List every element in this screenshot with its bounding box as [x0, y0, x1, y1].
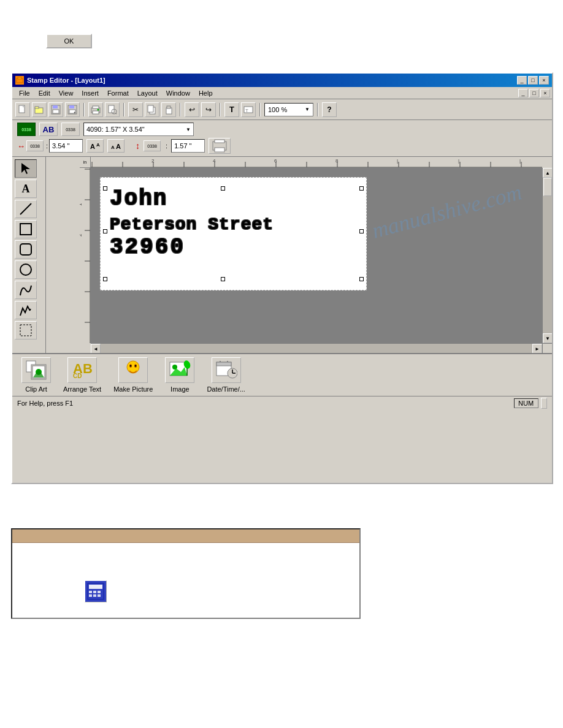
- stamp-green-icon: 0338: [17, 123, 36, 136]
- image-button[interactable]: Image: [165, 357, 194, 393]
- menu-window[interactable]: Window: [163, 88, 194, 98]
- freehand-tool-button[interactable]: [15, 301, 37, 319]
- clip-art-label: Clip Art: [25, 385, 47, 393]
- handle-mr[interactable]: [359, 229, 364, 233]
- marquee-tool-button[interactable]: [15, 321, 37, 339]
- close-button[interactable]: ×: [539, 76, 549, 85]
- scroll-left-button[interactable]: ◄: [91, 344, 101, 353]
- main-window: Stamp Editor - [Layout1] _ □ × File Edit…: [11, 72, 553, 484]
- print-setup-button[interactable]: [209, 138, 231, 154]
- width-stamp-icon: 0338: [26, 140, 44, 151]
- text-tool-button[interactable]: A: [15, 180, 37, 198]
- rect-tool-button[interactable]: [15, 220, 37, 238]
- svg-rect-8: [53, 110, 59, 113]
- stamp-size-value: 4090: 1.57" X 3.54": [86, 126, 145, 133]
- svg-rect-7: [53, 105, 58, 108]
- calc-icon[interactable]: [85, 580, 107, 602]
- menu-help[interactable]: Help: [195, 88, 216, 98]
- svg-text:2: 2: [80, 233, 83, 237]
- make-picture-label: Make Picture: [113, 385, 153, 393]
- watermark-text: manualshive.com: [369, 179, 524, 244]
- handle-bm[interactable]: [221, 277, 225, 281]
- menu-format[interactable]: Format: [104, 88, 132, 98]
- svg-rect-5: [35, 107, 39, 108]
- undo-button[interactable]: ↩: [185, 102, 199, 117]
- horizontal-scrollbar[interactable]: ◄ ►: [91, 343, 542, 353]
- svg-rect-100: [93, 591, 96, 593]
- increase-size-button[interactable]: AA: [86, 139, 104, 153]
- svg-text:A: A: [111, 145, 115, 150]
- second-panel-body: [12, 543, 359, 618]
- make-picture-button[interactable]: Make Picture: [113, 357, 153, 393]
- copy-button[interactable]: [145, 102, 159, 117]
- bottom-toolbar: Clip Art AB CD Arrange Text: [12, 353, 552, 396]
- scroll-h-track[interactable]: [101, 344, 532, 353]
- stamp-text: John Peterson Street 32960: [110, 187, 274, 260]
- select-tool-button[interactable]: [15, 159, 37, 178]
- redo-button[interactable]: ↪: [201, 102, 216, 117]
- vertical-scrollbar[interactable]: ▲ ▼: [542, 168, 552, 343]
- svg-rect-99: [89, 591, 92, 593]
- handle-tr[interactable]: [359, 186, 364, 191]
- dropdown-arrow-icon: ▼: [186, 127, 191, 132]
- handle-tl[interactable]: [103, 186, 107, 191]
- menu-file[interactable]: File: [15, 88, 34, 98]
- text-frame-button[interactable]: T: [241, 102, 256, 117]
- handle-bl[interactable]: [103, 277, 107, 281]
- open-button[interactable]: [32, 102, 47, 117]
- svg-rect-15: [93, 111, 99, 114]
- svg-text:2: 2: [151, 158, 155, 164]
- rounded-rect-tool-button[interactable]: [15, 240, 37, 259]
- menu-insert[interactable]: Insert: [78, 88, 102, 98]
- handle-br[interactable]: [359, 277, 364, 281]
- ab-icon: AB: [39, 123, 58, 136]
- menu-view[interactable]: View: [55, 88, 77, 98]
- scroll-up-button[interactable]: ▲: [543, 168, 552, 178]
- handle-ml[interactable]: [103, 229, 107, 233]
- svg-text:4: 4: [213, 158, 216, 164]
- scroll-v-track[interactable]: [543, 178, 552, 333]
- properties-panel: 0338 AB 0338 4090: 1.57" X 3.54" ▼ ↔ 033…: [12, 120, 552, 157]
- svg-text:6: 6: [274, 158, 277, 164]
- menu-layout[interactable]: Layout: [134, 88, 161, 98]
- ok-button[interactable]: OK: [46, 34, 92, 48]
- height-value: 1.57 ": [171, 139, 205, 153]
- save-button[interactable]: [48, 102, 63, 117]
- sub-minimize-button[interactable]: _: [518, 89, 528, 97]
- zoom-dropdown[interactable]: 100 % ▼: [264, 103, 313, 116]
- svg-text:A: A: [96, 142, 100, 148]
- paste-button[interactable]: [161, 102, 176, 117]
- scroll-v-thumb[interactable]: [543, 178, 552, 196]
- stamp-size-dropdown[interactable]: 4090: 1.57" X 3.54" ▼: [83, 123, 194, 136]
- toolbar-sep-4: [220, 103, 221, 116]
- print-button[interactable]: [88, 102, 103, 117]
- minimize-button[interactable]: _: [517, 76, 527, 85]
- help-button[interactable]: ?: [322, 102, 337, 117]
- ellipse-tool-button[interactable]: [15, 260, 37, 279]
- clip-art-button[interactable]: Clip Art: [21, 357, 51, 393]
- curve-tool-button[interactable]: [15, 281, 37, 299]
- decrease-size-button[interactable]: AA: [107, 139, 124, 153]
- scroll-right-button[interactable]: ►: [532, 344, 542, 353]
- cut-button[interactable]: ✂: [128, 102, 143, 117]
- top-ruler: 2 4 6 8 | | |: [91, 157, 542, 168]
- print-preview-button[interactable]: [105, 102, 120, 117]
- sub-close-button[interactable]: ×: [540, 89, 550, 97]
- svg-rect-35: [20, 224, 31, 235]
- save-all-button[interactable]: +: [65, 102, 80, 117]
- line-tool-button[interactable]: [15, 200, 37, 218]
- maximize-button[interactable]: □: [528, 76, 538, 85]
- sub-restore-button[interactable]: □: [529, 89, 539, 97]
- status-help-text: For Help, press F1: [17, 400, 73, 407]
- text-button[interactable]: T: [224, 102, 239, 117]
- scroll-down-button[interactable]: ▼: [543, 333, 552, 343]
- colon-width: :: [46, 142, 48, 150]
- new-button[interactable]: [15, 102, 30, 117]
- main-canvas[interactable]: John Peterson Street 32960: [91, 168, 542, 343]
- svg-point-37: [20, 264, 31, 275]
- svg-line-19: [116, 113, 117, 114]
- arrange-text-button[interactable]: AB CD Arrange Text: [63, 357, 101, 393]
- svg-text:|: |: [519, 158, 521, 164]
- menu-edit[interactable]: Edit: [35, 88, 54, 98]
- date-time-button[interactable]: Date/Time/...: [207, 357, 245, 393]
